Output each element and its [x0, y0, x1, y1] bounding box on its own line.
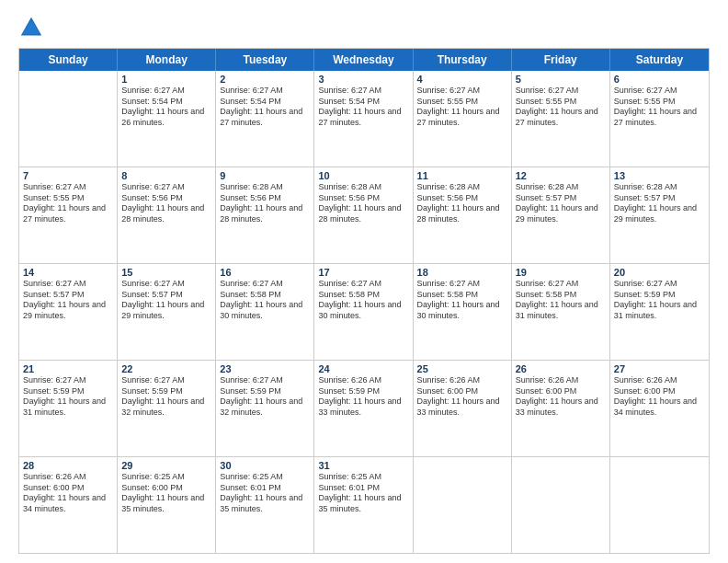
calendar-week-3: 14Sunrise: 6:27 AMSunset: 5:57 PMDayligh…	[19, 264, 709, 361]
sunset-text: Sunset: 5:54 PM	[318, 97, 408, 108]
header-day-tuesday: Tuesday	[216, 49, 314, 71]
table-row	[512, 457, 610, 553]
page: SundayMondayTuesdayWednesdayThursdayFrid…	[0, 0, 728, 563]
day-number: 20	[614, 267, 705, 278]
day-number: 28	[23, 460, 113, 471]
sunrise-text: Sunrise: 6:27 AM	[23, 375, 113, 386]
daylight-text: Daylight: 11 hours and 27 minutes.	[614, 107, 705, 128]
sunrise-text: Sunrise: 6:28 AM	[318, 182, 408, 193]
day-number: 18	[417, 267, 507, 278]
calendar-week-1: 1Sunrise: 6:27 AMSunset: 5:54 PMDaylight…	[19, 71, 709, 167]
table-row: 19Sunrise: 6:27 AMSunset: 5:58 PMDayligh…	[512, 264, 610, 360]
daylight-text: Daylight: 11 hours and 33 minutes.	[318, 396, 408, 418]
daylight-text: Daylight: 11 hours and 27 minutes.	[220, 107, 310, 128]
sunset-text: Sunset: 5:54 PM	[220, 97, 310, 108]
daylight-text: Daylight: 11 hours and 35 minutes.	[121, 493, 211, 514]
sunrise-text: Sunrise: 6:25 AM	[121, 472, 211, 483]
table-row: 28Sunrise: 6:26 AMSunset: 6:00 PMDayligh…	[19, 457, 118, 553]
sunset-text: Sunset: 5:57 PM	[121, 290, 211, 301]
day-number: 5	[516, 74, 606, 85]
sunset-text: Sunset: 6:00 PM	[614, 386, 705, 397]
sunrise-text: Sunrise: 6:27 AM	[23, 279, 113, 290]
sunset-text: Sunset: 5:58 PM	[417, 290, 507, 301]
table-row: 21Sunrise: 6:27 AMSunset: 5:59 PMDayligh…	[19, 361, 118, 456]
day-number: 9	[220, 170, 310, 181]
table-row: 15Sunrise: 6:27 AMSunset: 5:57 PMDayligh…	[118, 264, 216, 360]
sunrise-text: Sunrise: 6:28 AM	[220, 182, 310, 193]
table-row: 27Sunrise: 6:26 AMSunset: 6:00 PMDayligh…	[610, 361, 709, 456]
sunset-text: Sunset: 5:56 PM	[417, 193, 507, 204]
day-number: 15	[121, 267, 211, 278]
sunset-text: Sunset: 6:00 PM	[417, 386, 507, 397]
sunrise-text: Sunrise: 6:27 AM	[318, 86, 408, 97]
table-row: 6Sunrise: 6:27 AMSunset: 5:55 PMDaylight…	[610, 71, 709, 167]
header-day-monday: Monday	[118, 49, 216, 71]
sunset-text: Sunset: 5:59 PM	[121, 386, 211, 397]
table-row: 29Sunrise: 6:25 AMSunset: 6:00 PMDayligh…	[118, 457, 216, 553]
daylight-text: Daylight: 11 hours and 29 minutes.	[614, 203, 705, 224]
sunrise-text: Sunrise: 6:27 AM	[23, 182, 113, 193]
day-number: 25	[417, 363, 507, 374]
day-number: 24	[318, 363, 408, 374]
daylight-text: Daylight: 11 hours and 31 minutes.	[23, 396, 113, 418]
day-number: 6	[614, 74, 705, 85]
day-number: 29	[121, 460, 211, 471]
sunset-text: Sunset: 6:00 PM	[23, 483, 113, 494]
sunset-text: Sunset: 6:00 PM	[121, 483, 211, 494]
table-row	[414, 457, 512, 553]
sunrise-text: Sunrise: 6:26 AM	[318, 375, 408, 386]
sunset-text: Sunset: 5:58 PM	[220, 290, 310, 301]
sunrise-text: Sunrise: 6:27 AM	[220, 86, 310, 97]
sunset-text: Sunset: 5:56 PM	[220, 193, 310, 204]
header-day-thursday: Thursday	[414, 49, 512, 71]
daylight-text: Daylight: 11 hours and 31 minutes.	[516, 300, 606, 321]
daylight-text: Daylight: 11 hours and 26 minutes.	[121, 107, 211, 128]
sunrise-text: Sunrise: 6:27 AM	[220, 279, 310, 290]
sunrise-text: Sunrise: 6:25 AM	[220, 472, 310, 483]
sunrise-text: Sunrise: 6:26 AM	[614, 375, 705, 386]
header-day-wednesday: Wednesday	[314, 49, 413, 71]
sunset-text: Sunset: 5:59 PM	[220, 386, 310, 397]
calendar-week-2: 7Sunrise: 6:27 AMSunset: 5:55 PMDaylight…	[19, 167, 709, 264]
daylight-text: Daylight: 11 hours and 28 minutes.	[318, 203, 408, 224]
table-row: 10Sunrise: 6:28 AMSunset: 5:56 PMDayligh…	[314, 167, 413, 263]
sunrise-text: Sunrise: 6:27 AM	[121, 86, 211, 97]
daylight-text: Daylight: 11 hours and 32 minutes.	[121, 396, 211, 418]
daylight-text: Daylight: 11 hours and 30 minutes.	[417, 300, 507, 321]
table-row	[19, 71, 118, 167]
sunset-text: Sunset: 6:01 PM	[318, 483, 408, 494]
day-number: 11	[417, 170, 507, 181]
table-row: 2Sunrise: 6:27 AMSunset: 5:54 PMDaylight…	[216, 71, 314, 167]
day-number: 16	[220, 267, 310, 278]
table-row: 1Sunrise: 6:27 AMSunset: 5:54 PMDaylight…	[118, 71, 216, 167]
day-number: 22	[121, 363, 211, 374]
sunrise-text: Sunrise: 6:27 AM	[318, 279, 408, 290]
sunrise-text: Sunrise: 6:27 AM	[516, 86, 606, 97]
header-day-sunday: Sunday	[19, 49, 118, 71]
daylight-text: Daylight: 11 hours and 33 minutes.	[516, 396, 606, 418]
day-number: 13	[614, 170, 705, 181]
daylight-text: Daylight: 11 hours and 30 minutes.	[220, 300, 310, 321]
table-row: 23Sunrise: 6:27 AMSunset: 5:59 PMDayligh…	[216, 361, 314, 456]
day-number: 23	[220, 363, 310, 374]
sunset-text: Sunset: 6:01 PM	[220, 483, 310, 494]
calendar-body: 1Sunrise: 6:27 AMSunset: 5:54 PMDaylight…	[19, 71, 709, 553]
day-number: 3	[318, 74, 408, 85]
sunrise-text: Sunrise: 6:27 AM	[121, 375, 211, 386]
table-row: 22Sunrise: 6:27 AMSunset: 5:59 PMDayligh…	[118, 361, 216, 456]
day-number: 19	[516, 267, 606, 278]
sunset-text: Sunset: 5:57 PM	[614, 193, 705, 204]
sunrise-text: Sunrise: 6:26 AM	[23, 472, 113, 483]
daylight-text: Daylight: 11 hours and 34 minutes.	[614, 396, 705, 418]
day-number: 10	[318, 170, 408, 181]
table-row: 8Sunrise: 6:27 AMSunset: 5:56 PMDaylight…	[118, 167, 216, 263]
daylight-text: Daylight: 11 hours and 27 minutes.	[318, 107, 408, 128]
day-number: 4	[417, 74, 507, 85]
table-row: 12Sunrise: 6:28 AMSunset: 5:57 PMDayligh…	[512, 167, 610, 263]
table-row: 7Sunrise: 6:27 AMSunset: 5:55 PMDaylight…	[19, 167, 118, 263]
table-row: 14Sunrise: 6:27 AMSunset: 5:57 PMDayligh…	[19, 264, 118, 360]
daylight-text: Daylight: 11 hours and 31 minutes.	[614, 300, 705, 321]
sunrise-text: Sunrise: 6:28 AM	[417, 182, 507, 193]
sunrise-text: Sunrise: 6:26 AM	[417, 375, 507, 386]
table-row: 26Sunrise: 6:26 AMSunset: 6:00 PMDayligh…	[512, 361, 610, 456]
